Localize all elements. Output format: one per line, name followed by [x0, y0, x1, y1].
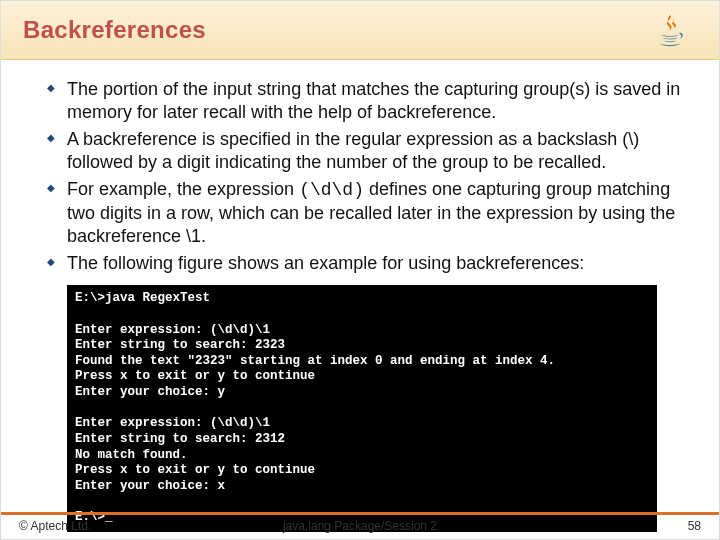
inline-code: (\d\d): [299, 180, 364, 200]
bullet-item: For example, the expression (\d\d) defin…: [15, 178, 691, 248]
title-bar: Backreferences: [1, 1, 719, 60]
terminal-line: Enter string to search: 2323: [75, 338, 285, 352]
terminal-line: Enter string to search: 2312: [75, 432, 285, 446]
bullet-list: The portion of the input string that mat…: [15, 78, 691, 275]
page-number: 58: [688, 519, 701, 533]
bullet-text: The portion of the input string that mat…: [67, 79, 680, 122]
terminal-line: E:\>java RegexTest: [75, 291, 210, 305]
footer: © Aptech Ltd. java.lang Package/Session …: [1, 512, 719, 539]
terminal-line: Press x to exit or y to continue: [75, 463, 315, 477]
bullet-item: The following figure shows an example fo…: [15, 252, 691, 275]
slide: Backreferences The portion of the input …: [0, 0, 720, 540]
terminal-line: No match found.: [75, 448, 188, 462]
bullet-item: The portion of the input string that mat…: [15, 78, 691, 124]
bullet-text-pre: For example, the expression: [67, 179, 299, 199]
footer-left: © Aptech Ltd.: [19, 519, 91, 533]
terminal-line: Enter expression: (\d\d)\1: [75, 323, 270, 337]
bullet-item: A backreference is specified in the regu…: [15, 128, 691, 174]
terminal-line: Enter your choice: x: [75, 479, 225, 493]
terminal-line: Enter your choice: y: [75, 385, 225, 399]
java-logo-icon: [647, 11, 693, 49]
slide-body: The portion of the input string that mat…: [1, 60, 719, 539]
terminal-line: Enter expression: (\d\d)\1: [75, 416, 270, 430]
bullet-text: A backreference is specified in the regu…: [67, 129, 639, 172]
terminal-line: Press x to exit or y to continue: [75, 369, 315, 383]
bullet-text: The following figure shows an example fo…: [67, 253, 584, 273]
terminal-output: E:\>java RegexTest Enter expression: (\d…: [67, 285, 657, 531]
footer-center: java.lang Package/Session 2: [283, 519, 437, 533]
terminal-line: Found the text "2323" starting at index …: [75, 354, 555, 368]
slide-title: Backreferences: [23, 16, 206, 44]
